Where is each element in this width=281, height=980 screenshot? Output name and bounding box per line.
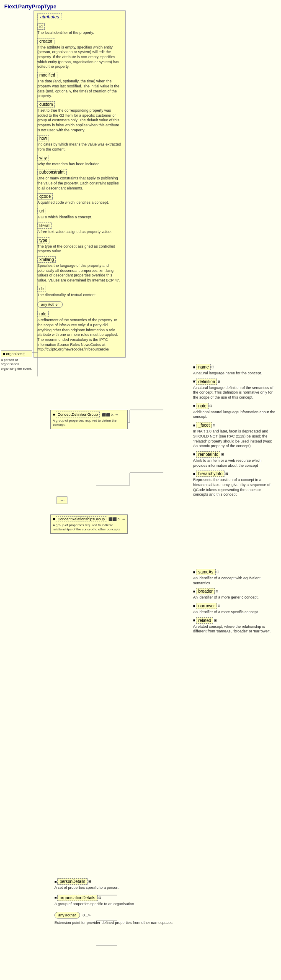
concept-definition-label: definition: [196, 379, 217, 385]
attr-xmllang-desc: Specifies the language of this property …: [37, 264, 122, 283]
concept-remoteinfo-expand[interactable]: ⊞: [221, 453, 224, 456]
concept-name-desc: A natural language name for the concept.: [193, 371, 277, 376]
rel-related-icon: ■: [193, 618, 195, 622]
organiser-expand-icon[interactable]: ⊞: [23, 352, 26, 356]
any-other-pill: any #other: [37, 301, 63, 308]
attr-pubconstraint-label: pubconstraint: [37, 169, 67, 175]
attr-custom: custom If set to true the corresponding …: [37, 101, 122, 133]
concept-rel-cardinality: 0...∞: [118, 517, 125, 521]
concept-def-cardinality: 0...∞: [111, 413, 118, 417]
concept-remoteinfo-icon: ■: [193, 452, 195, 456]
concept-hierarchyinfo-label: hierarchyInfo: [196, 471, 224, 477]
attr-type: type The type of the concept assigned as…: [37, 237, 122, 254]
concept-remoteinfo: ■ remoteInfo ⊞ A link to an item or a we…: [193, 451, 277, 468]
page-layout: Flex1PartyPropType attributes id The loc…: [0, 0, 281, 980]
attr-literal: literal A free-text value assigned as pr…: [37, 223, 122, 235]
rel-broader-label: broader: [196, 588, 214, 594]
bottom-any-cardinality: 0...∞: [82, 913, 90, 917]
attr-xmllang-label: xmllang: [37, 256, 56, 263]
rel-narrower-expand[interactable]: ⊞: [218, 604, 221, 608]
concept-note-label: note: [196, 403, 208, 409]
rel-related-desc: A related concept, where the relationshi…: [193, 624, 277, 634]
attr-xmllang: xmllang Specifies the language of this p…: [37, 256, 122, 283]
concept-name-label: name: [196, 364, 211, 370]
attr-creator-desc: If the attribute is empty, specifies whi…: [37, 45, 122, 69]
rel-broader: ■ broader ⊞ An identifier of a more gene…: [193, 588, 277, 600]
rel-narrower-label: narrower: [196, 603, 217, 609]
rel-sameas-expand[interactable]: ⊞: [217, 570, 219, 574]
attr-why-desc: Why the metadata has been included.: [37, 162, 122, 167]
attr-dir-label: dir: [37, 286, 46, 292]
attr-type-label: type: [37, 237, 49, 243]
concept-hierarchyinfo-icon: ■: [193, 472, 195, 476]
attr-dir-desc: The directionality of textual content.: [37, 293, 122, 298]
attr-modified-desc: The date (and, optionally, the time) whe…: [37, 79, 122, 99]
concept-definition-icon: ■: [193, 379, 195, 384]
attr-role: role A refinement of the semantics of th…: [37, 311, 122, 352]
attr-uri: uri A URI which identifies a concept.: [37, 208, 122, 220]
attr-id-desc: The local identifier of the property.: [37, 31, 122, 36]
rel-sameas-desc: An identifier of a concept with equivale…: [193, 576, 277, 586]
attr-qcode-label: qcode: [37, 193, 53, 200]
concept-remoteinfo-label: remoteInfo: [196, 451, 220, 458]
organisation-details-label: organisationDetails: [57, 895, 97, 901]
concept-def-connector1: ⬛⬛: [102, 413, 110, 417]
rel-narrower-icon: ■: [193, 604, 195, 608]
concept-name-expand[interactable]: ⊞: [211, 365, 214, 369]
concept-definition-expand[interactable]: ⊞: [218, 380, 221, 384]
rel-narrower: ■ narrower ⊞ An identifier of a more spe…: [193, 603, 277, 615]
concept-facet-label: _facet: [196, 422, 211, 428]
concept-name-icon: ■: [193, 365, 195, 369]
organiser-desc: A person or organisation organising the …: [1, 358, 32, 371]
rel-broader-expand[interactable]: ⊞: [216, 589, 219, 593]
concept-facet-icon: ■: [193, 423, 195, 427]
bottom-section: ■ personDetails ⊞ A set of properties sp…: [54, 878, 176, 926]
attr-literal-desc: A free-text value assigned as property v…: [37, 230, 122, 235]
concept-hierarchyinfo-desc: Represents the position of a concept in …: [193, 478, 277, 497]
attr-dir: dir The directionality of textual conten…: [37, 286, 122, 298]
attributes-label: attributes: [37, 13, 62, 20]
attr-how-desc: Indicates by which means the value was e…: [37, 142, 122, 152]
organisation-details-expand[interactable]: ⊞: [98, 896, 101, 900]
concept-hierarchyinfo-expand[interactable]: ⊞: [225, 472, 228, 476]
concept-note: ■ note ⊞ Additional natural language inf…: [193, 403, 277, 420]
concept-note-icon: ■: [193, 404, 195, 408]
concept-def-group-desc: A group of properties required to define…: [53, 419, 125, 427]
concept-def-group-label: ConceptDefinitionGroup: [56, 412, 99, 417]
bottom-any-other-pill: any #other: [54, 912, 80, 919]
concept-relationships-group: ■ ConceptRelationshipsGroup ⬛⬛ 0...∞ A g…: [50, 514, 134, 534]
attr-literal-label: literal: [37, 223, 52, 229]
attr-role-desc: A refinement of the semantics of the pro…: [37, 318, 122, 352]
concept-hierarchyinfo: ■ hierarchyInfo ⊞ Represents the positio…: [193, 471, 277, 497]
rel-related-expand[interactable]: ⊞: [214, 619, 217, 622]
rel-broader-icon: ■: [193, 589, 195, 594]
relationship-items-section: ■ sameAs ⊞ An identifier of a concept wi…: [193, 569, 277, 637]
attr-qcode: qcode A qualified code which identifies …: [37, 193, 122, 205]
attr-type-desc: The type of the concept assigned as cont…: [37, 244, 122, 254]
attr-why-label: why: [37, 155, 49, 161]
concept-facet-expand[interactable]: ⊞: [213, 423, 216, 427]
person-details: ■ personDetails ⊞ A set of properties sp…: [54, 878, 176, 890]
rel-broader-desc: An identifier of a more generic concept.: [193, 595, 277, 600]
concept-facet-desc: In NAR 1.8 and later, facet is deprecate…: [193, 429, 277, 449]
rel-related: ■ related ⊞ A related concept, where the…: [193, 617, 277, 634]
bottom-any-desc: Extension point for provider-defined pro…: [54, 921, 176, 926]
rel-sameas-label: sameAs: [196, 569, 215, 575]
attr-qcode-desc: A qualified code which identifies a conc…: [37, 200, 122, 205]
attr-id: id The local identifier of the property.: [37, 23, 122, 36]
organiser-icon: ■: [3, 352, 5, 356]
organiser-section: ■ organiser ⊞ A person or organisation o…: [1, 351, 32, 371]
attr-modified-label: modified: [37, 72, 57, 78]
attr-custom-desc: If set to true the corresponding propert…: [37, 108, 122, 133]
attr-how-label: how: [37, 135, 49, 141]
concept-definition-desc: A natural language definition of the sem…: [193, 386, 277, 400]
rel-narrower-desc: An identifier of a more specific concept…: [193, 610, 277, 615]
concept-note-expand[interactable]: ⊞: [209, 404, 212, 408]
person-details-expand[interactable]: ⊞: [88, 880, 91, 883]
attr-uri-label: uri: [37, 208, 46, 214]
concept-definition: ■ definition ⊞ A natural language defini…: [193, 379, 277, 400]
organisation-details-desc: A group of properties specific to an org…: [54, 902, 176, 907]
concept-rel-group-label: ConceptRelationshipsGroup: [56, 516, 106, 522]
attr-how: how Indicates by which means the value w…: [37, 135, 122, 152]
bottom-any-other: any #other 0...∞ Extension point for pro…: [54, 911, 176, 926]
